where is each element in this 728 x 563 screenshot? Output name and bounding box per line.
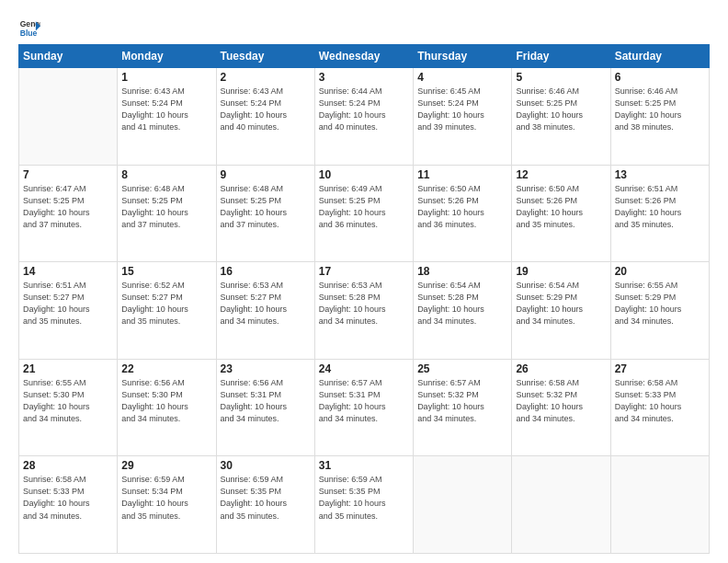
calendar-cell: 29Sunrise: 6:59 AMSunset: 5:34 PMDayligh…	[118, 456, 216, 554]
day-info: Sunrise: 6:52 AMSunset: 5:27 PMDaylight:…	[121, 280, 211, 327]
calendar-cell: 5Sunrise: 6:46 AMSunset: 5:25 PMDaylight…	[512, 68, 610, 166]
day-info: Sunrise: 6:51 AMSunset: 5:27 PMDaylight:…	[23, 280, 113, 327]
calendar-cell: 20Sunrise: 6:55 AMSunset: 5:29 PMDayligh…	[610, 262, 709, 360]
calendar-table: SundayMondayTuesdayWednesdayThursdayFrid…	[18, 44, 710, 554]
day-info: Sunrise: 6:51 AMSunset: 5:26 PMDaylight:…	[615, 183, 705, 231]
day-info: Sunrise: 6:55 AMSunset: 5:29 PMDaylight:…	[615, 280, 705, 327]
day-number: 2	[221, 71, 311, 84]
header: General Blue	[18, 17, 710, 39]
calendar-cell: 10Sunrise: 6:49 AMSunset: 5:25 PMDayligh…	[314, 165, 413, 262]
day-number: 17	[319, 265, 409, 278]
calendar-cell: 27Sunrise: 6:58 AMSunset: 5:33 PMDayligh…	[610, 359, 709, 456]
day-info: Sunrise: 6:44 AMSunset: 5:24 PMDaylight:…	[319, 86, 409, 133]
day-number: 23	[221, 362, 311, 375]
day-number: 1	[121, 71, 211, 84]
day-info: Sunrise: 6:59 AMSunset: 5:35 PMDaylight:…	[319, 474, 409, 522]
calendar-cell: 16Sunrise: 6:53 AMSunset: 5:27 PMDayligh…	[216, 262, 314, 360]
calendar-week-1: 1Sunrise: 6:43 AMSunset: 5:24 PMDaylight…	[19, 68, 710, 166]
calendar-cell	[19, 68, 118, 166]
day-info: Sunrise: 6:50 AMSunset: 5:26 PMDaylight:…	[516, 183, 606, 231]
weekday-header-friday: Friday	[512, 45, 610, 68]
day-info: Sunrise: 6:46 AMSunset: 5:25 PMDaylight:…	[615, 86, 705, 133]
day-number: 13	[615, 168, 705, 181]
weekday-header-thursday: Thursday	[414, 45, 512, 68]
day-info: Sunrise: 6:54 AMSunset: 5:29 PMDaylight:…	[516, 280, 606, 327]
day-info: Sunrise: 6:43 AMSunset: 5:24 PMDaylight:…	[121, 86, 211, 133]
weekday-header-sunday: Sunday	[19, 45, 118, 68]
day-info: Sunrise: 6:47 AMSunset: 5:25 PMDaylight:…	[23, 183, 113, 231]
calendar-header-row: SundayMondayTuesdayWednesdayThursdayFrid…	[19, 45, 710, 68]
calendar-cell: 19Sunrise: 6:54 AMSunset: 5:29 PMDayligh…	[512, 262, 610, 360]
day-number: 8	[121, 168, 211, 181]
day-info: Sunrise: 6:56 AMSunset: 5:30 PMDaylight:…	[121, 377, 211, 425]
calendar-week-4: 21Sunrise: 6:55 AMSunset: 5:30 PMDayligh…	[19, 359, 710, 456]
day-number: 4	[417, 71, 507, 84]
calendar-week-5: 28Sunrise: 6:58 AMSunset: 5:33 PMDayligh…	[19, 456, 710, 554]
day-info: Sunrise: 6:58 AMSunset: 5:33 PMDaylight:…	[23, 474, 113, 522]
calendar-cell: 21Sunrise: 6:55 AMSunset: 5:30 PMDayligh…	[19, 359, 118, 456]
day-info: Sunrise: 6:50 AMSunset: 5:26 PMDaylight:…	[417, 183, 507, 231]
day-number: 10	[319, 168, 409, 181]
day-number: 26	[516, 362, 606, 375]
calendar-cell: 15Sunrise: 6:52 AMSunset: 5:27 PMDayligh…	[118, 262, 216, 360]
day-number: 19	[516, 265, 606, 278]
calendar-cell: 14Sunrise: 6:51 AMSunset: 5:27 PMDayligh…	[19, 262, 118, 360]
logo-icon: General Blue	[18, 17, 40, 39]
day-info: Sunrise: 6:54 AMSunset: 5:28 PMDaylight:…	[417, 280, 507, 327]
calendar-week-3: 14Sunrise: 6:51 AMSunset: 5:27 PMDayligh…	[19, 262, 710, 360]
calendar-week-2: 7Sunrise: 6:47 AMSunset: 5:25 PMDaylight…	[19, 165, 710, 262]
day-number: 25	[417, 362, 507, 375]
calendar-cell: 31Sunrise: 6:59 AMSunset: 5:35 PMDayligh…	[314, 456, 413, 554]
calendar-cell: 30Sunrise: 6:59 AMSunset: 5:35 PMDayligh…	[216, 456, 314, 554]
day-info: Sunrise: 6:58 AMSunset: 5:33 PMDaylight:…	[615, 377, 705, 425]
weekday-header-wednesday: Wednesday	[314, 45, 413, 68]
calendar-cell: 28Sunrise: 6:58 AMSunset: 5:33 PMDayligh…	[19, 456, 118, 554]
day-info: Sunrise: 6:59 AMSunset: 5:34 PMDaylight:…	[121, 474, 211, 522]
weekday-header-saturday: Saturday	[610, 45, 709, 68]
day-info: Sunrise: 6:57 AMSunset: 5:32 PMDaylight:…	[417, 377, 507, 425]
calendar-cell: 24Sunrise: 6:57 AMSunset: 5:31 PMDayligh…	[314, 359, 413, 456]
day-number: 9	[221, 168, 311, 181]
calendar-cell: 23Sunrise: 6:56 AMSunset: 5:31 PMDayligh…	[216, 359, 314, 456]
calendar-cell: 3Sunrise: 6:44 AMSunset: 5:24 PMDaylight…	[314, 68, 413, 166]
calendar-cell: 2Sunrise: 6:43 AMSunset: 5:24 PMDaylight…	[216, 68, 314, 166]
calendar-cell: 1Sunrise: 6:43 AMSunset: 5:24 PMDaylight…	[118, 68, 216, 166]
day-number: 11	[417, 168, 507, 181]
day-number: 7	[23, 168, 113, 181]
day-number: 21	[23, 362, 113, 375]
day-number: 6	[615, 71, 705, 84]
day-number: 20	[615, 265, 705, 278]
page: General Blue SundayMondayTuesdayWednesda…	[0, 0, 728, 563]
day-number: 18	[417, 265, 507, 278]
calendar-cell: 22Sunrise: 6:56 AMSunset: 5:30 PMDayligh…	[118, 359, 216, 456]
calendar-cell: 17Sunrise: 6:53 AMSunset: 5:28 PMDayligh…	[314, 262, 413, 360]
day-number: 30	[221, 459, 311, 472]
day-number: 29	[121, 459, 211, 472]
day-info: Sunrise: 6:53 AMSunset: 5:28 PMDaylight:…	[319, 280, 409, 327]
day-number: 28	[23, 459, 113, 472]
day-number: 24	[319, 362, 409, 375]
day-info: Sunrise: 6:57 AMSunset: 5:31 PMDaylight:…	[319, 377, 409, 425]
day-info: Sunrise: 6:59 AMSunset: 5:35 PMDaylight:…	[221, 474, 311, 522]
day-info: Sunrise: 6:43 AMSunset: 5:24 PMDaylight:…	[221, 86, 311, 133]
calendar-cell: 13Sunrise: 6:51 AMSunset: 5:26 PMDayligh…	[610, 165, 709, 262]
calendar-cell: 7Sunrise: 6:47 AMSunset: 5:25 PMDaylight…	[19, 165, 118, 262]
calendar-cell: 26Sunrise: 6:58 AMSunset: 5:32 PMDayligh…	[512, 359, 610, 456]
day-number: 16	[221, 265, 311, 278]
day-info: Sunrise: 6:49 AMSunset: 5:25 PMDaylight:…	[319, 183, 409, 231]
calendar-cell: 4Sunrise: 6:45 AMSunset: 5:24 PMDaylight…	[414, 68, 512, 166]
day-number: 27	[615, 362, 705, 375]
weekday-header-monday: Monday	[118, 45, 216, 68]
day-number: 5	[516, 71, 606, 84]
day-info: Sunrise: 6:48 AMSunset: 5:25 PMDaylight:…	[221, 183, 311, 231]
day-info: Sunrise: 6:55 AMSunset: 5:30 PMDaylight:…	[23, 377, 113, 425]
day-info: Sunrise: 6:58 AMSunset: 5:32 PMDaylight:…	[516, 377, 606, 425]
calendar-cell: 12Sunrise: 6:50 AMSunset: 5:26 PMDayligh…	[512, 165, 610, 262]
calendar-cell	[610, 456, 709, 554]
day-number: 12	[516, 168, 606, 181]
day-number: 22	[121, 362, 211, 375]
calendar-cell	[512, 456, 610, 554]
day-info: Sunrise: 6:53 AMSunset: 5:27 PMDaylight:…	[221, 280, 311, 327]
calendar-cell: 25Sunrise: 6:57 AMSunset: 5:32 PMDayligh…	[414, 359, 512, 456]
day-info: Sunrise: 6:56 AMSunset: 5:31 PMDaylight:…	[221, 377, 311, 425]
